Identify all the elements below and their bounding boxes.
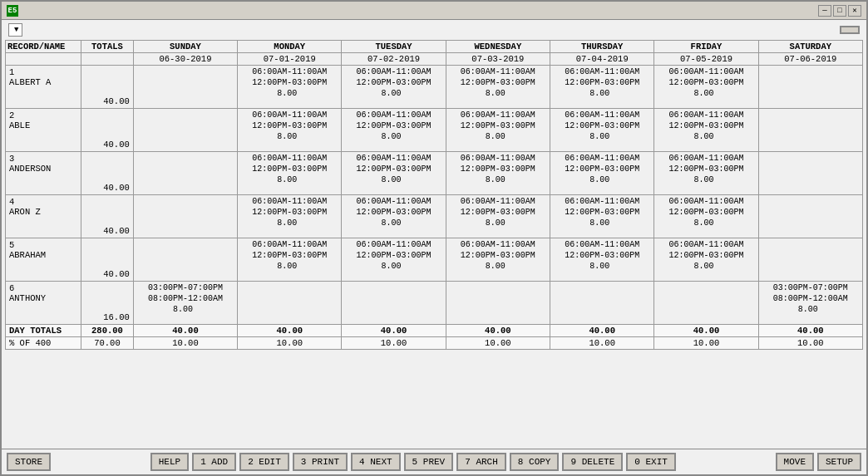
copy-button[interactable]: 8 COPY (510, 453, 560, 471)
percent-label: % OF 400 (6, 337, 81, 350)
date-friday: 07-05-2019 (654, 53, 758, 66)
monday-cell: 06:00AM-11:00AM12:00PM-03:00PM8.00 (238, 152, 342, 195)
setup-button[interactable]: SETUP (817, 453, 861, 471)
dropdown-arrow-icon: ▼ (14, 26, 18, 34)
title-bar: E5 — □ ✕ (2, 2, 866, 20)
wednesday-cell (446, 282, 550, 325)
sunday-cell (133, 195, 237, 238)
friday-cell (654, 282, 758, 325)
arch-button[interactable]: 7 ARCH (456, 453, 506, 471)
table-row: 3ANDERSON40.0006:00AM-11:00AM12:00PM-03:… (6, 152, 863, 195)
totals-cell: 40.00 (81, 238, 134, 282)
record-name-cell: 5ABRAHAM (6, 238, 81, 282)
col-header-saturday: SATURDAY (758, 41, 862, 53)
percent-value: 10.00 (133, 337, 237, 350)
help-button[interactable]: HELP (150, 453, 189, 471)
col-header-wednesday: WEDNESDAY (446, 41, 550, 53)
close-button[interactable]: ✕ (848, 5, 861, 17)
friday-cell: 06:00AM-11:00AM12:00PM-03:00PM8.00 (654, 109, 758, 152)
day-totals-value: 40.00 (758, 325, 862, 337)
store-button[interactable]: STORE (7, 453, 51, 471)
maximize-button[interactable]: □ (833, 5, 846, 17)
col-header-tuesday: TUESDAY (342, 41, 446, 53)
percent-value: 10.00 (758, 337, 862, 350)
percent-value: 10.00 (342, 337, 446, 350)
totals-cell: 40.00 (81, 195, 134, 238)
move-button[interactable]: MOVE (776, 453, 814, 471)
about-button[interactable] (840, 26, 860, 34)
day-totals-value: 40.00 (238, 325, 342, 337)
tuesday-cell: 06:00AM-11:00AM12:00PM-03:00PM8.00 (342, 109, 446, 152)
table-row: 4ARON Z40.0006:00AM-11:00AM12:00PM-03:00… (6, 195, 863, 238)
col-header-totals: TOTALS (81, 41, 134, 53)
add-button[interactable]: 1 ADD (192, 453, 236, 471)
exit-button[interactable]: 0 EXIT (626, 453, 676, 471)
thursday-cell: 06:00AM-11:00AM12:00PM-03:00PM8.00 (550, 152, 654, 195)
totals-cell: 40.00 (81, 109, 134, 152)
day-totals-label: DAY TOTALS (6, 325, 81, 337)
tuesday-cell (342, 282, 446, 325)
prev-button[interactable]: 5 PREV (404, 453, 454, 471)
wednesday-cell: 06:00AM-11:00AM12:00PM-03:00PM8.00 (446, 109, 550, 152)
date-saturday: 07-06-2019 (758, 53, 862, 66)
col-header-thursday: THURSDAY (550, 41, 654, 53)
app-icon: E5 (7, 5, 18, 17)
main-window: E5 — □ ✕ ▼ RECORD/NAME TOTALS SUNDAY MON… (0, 0, 868, 476)
title-bar-left: E5 (7, 5, 22, 17)
date-selector[interactable]: ▼ (8, 23, 22, 37)
day-totals-value: 280.00 (81, 325, 134, 337)
totals-cell: 40.00 (81, 66, 134, 109)
sunday-cell (133, 66, 237, 109)
next-button[interactable]: 4 NEXT (351, 453, 401, 471)
record-name-cell: 6ANTHONY (6, 282, 81, 325)
monday-cell: 06:00AM-11:00AM12:00PM-03:00PM8.00 (238, 238, 342, 282)
percent-value: 10.00 (446, 337, 550, 350)
monday-cell: 06:00AM-11:00AM12:00PM-03:00PM8.00 (238, 109, 342, 152)
day-totals-row: DAY TOTALS280.0040.0040.0040.0040.0040.0… (6, 325, 863, 337)
edit-button[interactable]: 2 EDIT (239, 453, 289, 471)
wednesday-cell: 06:00AM-11:00AM12:00PM-03:00PM8.00 (446, 238, 550, 282)
date-wednesday: 07-03-2019 (446, 53, 550, 66)
saturday-cell (758, 66, 862, 109)
totals-cell: 16.00 (81, 282, 134, 325)
date-sunday: 06-30-2019 (133, 53, 237, 66)
thursday-cell (550, 282, 654, 325)
minimize-button[interactable]: — (818, 5, 831, 17)
friday-cell: 06:00AM-11:00AM12:00PM-03:00PM8.00 (654, 238, 758, 282)
print-button[interactable]: 3 PRINT (293, 453, 348, 471)
col-header-monday: MONDAY (238, 41, 342, 53)
friday-cell: 06:00AM-11:00AM12:00PM-03:00PM8.00 (654, 195, 758, 238)
date-header-row: 06-30-2019 07-01-2019 07-02-2019 07-03-2… (6, 53, 863, 66)
saturday-cell (758, 195, 862, 238)
wednesday-cell: 06:00AM-11:00AM12:00PM-03:00PM8.00 (446, 152, 550, 195)
record-name-cell: 4ARON Z (6, 195, 81, 238)
saturday-cell (758, 109, 862, 152)
title-bar-controls: — □ ✕ (818, 5, 861, 17)
date-thursday: 07-04-2019 (550, 53, 654, 66)
date-empty-1 (6, 53, 81, 66)
tuesday-cell: 06:00AM-11:00AM12:00PM-03:00PM8.00 (342, 195, 446, 238)
record-name-cell: 3ANDERSON (6, 152, 81, 195)
thursday-cell: 06:00AM-11:00AM12:00PM-03:00PM8.00 (550, 195, 654, 238)
percent-value: 70.00 (81, 337, 134, 350)
sunday-cell (133, 109, 237, 152)
monday-cell: 06:00AM-11:00AM12:00PM-03:00PM8.00 (238, 66, 342, 109)
date-empty-2 (81, 53, 134, 66)
day-totals-value: 40.00 (550, 325, 654, 337)
sunday-cell (133, 238, 237, 282)
day-totals-value: 40.00 (654, 325, 758, 337)
col-header-record: RECORD/NAME (6, 41, 81, 53)
percent-row: % OF 40070.0010.0010.0010.0010.0010.0010… (6, 337, 863, 350)
day-totals-value: 40.00 (446, 325, 550, 337)
record-name-cell: 2ABLE (6, 109, 81, 152)
col-header-sunday: SUNDAY (133, 41, 237, 53)
delete-button[interactable]: 9 DELETE (562, 453, 623, 471)
tuesday-cell: 06:00AM-11:00AM12:00PM-03:00PM8.00 (342, 152, 446, 195)
table-row: 5ABRAHAM40.0006:00AM-11:00AM12:00PM-03:0… (6, 238, 863, 282)
saturday-cell: 03:00PM-07:00PM08:00PM-12:00AM8.00 (758, 282, 862, 325)
monday-cell (238, 282, 342, 325)
header-row: ▼ (2, 20, 866, 40)
sunday-cell: 03:00PM-07:00PM08:00PM-12:00AM8.00 (133, 282, 237, 325)
wednesday-cell: 06:00AM-11:00AM12:00PM-03:00PM8.00 (446, 66, 550, 109)
schedule-table-container: RECORD/NAME TOTALS SUNDAY MONDAY TUESDAY… (2, 40, 866, 449)
